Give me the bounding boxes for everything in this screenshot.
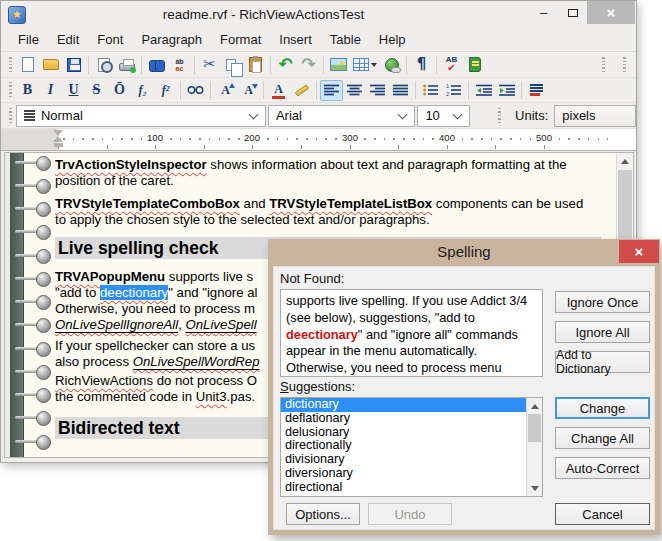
suggestion-item[interactable]: deflationary xyxy=(281,412,542,426)
menu-item-paragraph[interactable]: Paragraph xyxy=(132,29,211,50)
toolbar-gripper[interactable] xyxy=(9,82,12,98)
subscript-button[interactable]: f₂ xyxy=(131,80,154,101)
paste-button[interactable] xyxy=(244,54,267,75)
insert-picture-button[interactable] xyxy=(327,54,350,75)
superscript-button[interactable]: f² xyxy=(154,80,177,101)
menu-item-file[interactable]: File xyxy=(9,29,48,50)
font-color-button[interactable]: A xyxy=(267,80,290,101)
replace-button[interactable]: ab ac xyxy=(168,54,191,75)
hidden-text-button[interactable] xyxy=(184,80,207,101)
new-document-button[interactable] xyxy=(16,54,39,75)
toolbar-gripper[interactable] xyxy=(9,108,12,124)
strikethrough-button[interactable]: S xyxy=(85,80,108,101)
cut-button[interactable]: ✂ xyxy=(198,54,221,75)
align-left-button[interactable] xyxy=(320,80,343,101)
event-link[interactable]: OnLiveSpellWordRep xyxy=(133,354,260,369)
menu-item-table[interactable]: Table xyxy=(321,29,370,50)
glasses-icon xyxy=(187,84,204,96)
ruler-mark: 300 xyxy=(340,132,360,143)
shrink-arrow-icon xyxy=(252,84,258,89)
highlight-button[interactable] xyxy=(290,80,313,101)
close-button[interactable]: × xyxy=(587,1,635,24)
style-template-combobox[interactable]: Normal xyxy=(16,105,266,127)
align-justify-button[interactable] xyxy=(389,80,412,101)
suggestion-item[interactable]: divisionary xyxy=(281,453,542,467)
ignore-all-button[interactable]: Ignore All xyxy=(555,321,650,343)
font-name-combobox[interactable]: Arial xyxy=(268,105,416,127)
align-center-button[interactable] xyxy=(343,80,366,101)
underline-button[interactable]: U xyxy=(62,80,85,101)
toolbar-gripper[interactable] xyxy=(498,108,501,124)
insert-hyperlink-button[interactable] xyxy=(380,54,403,75)
print-button[interactable] xyxy=(115,54,138,75)
scrollbar-thumb[interactable] xyxy=(528,414,541,442)
undo-button[interactable]: ↶ xyxy=(274,54,297,75)
toolbar-gripper[interactable] xyxy=(602,57,605,73)
find-button[interactable] xyxy=(145,54,168,75)
spell-check-button[interactable]: AB ✔ xyxy=(440,54,463,75)
not-found-text: supports live spelling. If you use Addic… xyxy=(286,293,527,325)
font-size-combobox[interactable]: 10 xyxy=(417,105,470,127)
suggestion-item[interactable]: dictation xyxy=(281,495,542,497)
change-all-button[interactable]: Change All xyxy=(555,427,650,449)
event-link[interactable]: OnLiveSpell xyxy=(186,317,257,332)
cancel-button[interactable]: Cancel xyxy=(555,503,650,525)
menu-item-help[interactable]: Help xyxy=(370,29,415,50)
dialog-title-bar[interactable]: Spelling xyxy=(273,239,655,266)
ignore-once-button[interactable]: Ignore Once xyxy=(555,291,650,313)
not-found-textbox[interactable]: supports live spelling. If you use Addic… xyxy=(280,289,543,377)
scroll-up-button[interactable] xyxy=(527,398,542,414)
scroll-down-button[interactable] xyxy=(527,480,542,496)
suggestions-listbox[interactable]: dictionary deflationary delusionary dire… xyxy=(280,397,543,497)
grow-font-button[interactable]: A xyxy=(214,80,237,101)
suggestion-item[interactable]: directional xyxy=(281,481,542,495)
highlight-pen-icon xyxy=(294,84,308,96)
insert-table-button[interactable] xyxy=(350,54,380,75)
copy-button[interactable] xyxy=(221,54,244,75)
menu-item-font[interactable]: Font xyxy=(88,29,132,50)
italic-button[interactable]: I xyxy=(39,80,62,101)
suggestion-item[interactable]: dictionary xyxy=(281,398,542,412)
menu-item-edit[interactable]: Edit xyxy=(48,29,88,50)
event-link[interactable]: OnLiveSpellIgnoreAll xyxy=(55,317,178,332)
thesaurus-button[interactable] xyxy=(463,54,486,75)
units-combobox[interactable]: pixels xyxy=(554,105,636,127)
paragraph-color-button[interactable] xyxy=(525,80,548,101)
title-bar[interactable]: ★ readme.rvf - RichViewActionsTest – × xyxy=(1,1,636,28)
chevron-down-icon xyxy=(453,109,463,119)
increase-indent-button[interactable] xyxy=(495,80,518,101)
add-to-dictionary-button[interactable]: Add to Dictionary xyxy=(555,351,650,373)
scroll-up-button[interactable] xyxy=(617,153,633,170)
menu-item-insert[interactable]: Insert xyxy=(270,29,321,50)
show-paragraph-marks-button[interactable]: ¶ xyxy=(410,54,433,75)
redo-button[interactable]: ↷ xyxy=(297,54,320,75)
toolbar-separator xyxy=(521,81,522,99)
overline-button[interactable]: Ō xyxy=(108,80,131,101)
bullets-button[interactable] xyxy=(419,80,442,101)
toolbar-gripper[interactable] xyxy=(623,57,626,73)
toolbar-gripper[interactable] xyxy=(9,57,12,73)
change-button[interactable]: Change xyxy=(555,397,650,419)
suggestion-item[interactable]: diversionary xyxy=(281,467,542,481)
undo-button[interactable]: Undo xyxy=(368,503,452,525)
save-button[interactable] xyxy=(62,54,85,75)
dialog-close-button[interactable]: × xyxy=(619,240,659,263)
auto-correct-button[interactable]: Auto-Correct xyxy=(555,457,650,479)
selected-misspelled-word[interactable]: deectionary xyxy=(100,285,168,300)
right-indent-marker[interactable] xyxy=(582,137,592,151)
left-indent-marker[interactable] xyxy=(53,130,63,147)
align-right-button[interactable] xyxy=(366,80,389,101)
bold-button[interactable]: B xyxy=(16,80,39,101)
print-preview-button[interactable] xyxy=(92,54,115,75)
decrease-indent-button[interactable] xyxy=(472,80,495,101)
numbering-button[interactable]: 12 xyxy=(442,80,465,101)
suggestion-item[interactable]: delusionary xyxy=(281,426,542,440)
maximize-button[interactable] xyxy=(558,1,587,24)
open-button[interactable] xyxy=(39,54,62,75)
options-button[interactable]: Options... xyxy=(286,503,360,525)
shrink-font-button[interactable]: A xyxy=(237,80,260,101)
menu-item-format[interactable]: Format xyxy=(211,29,270,50)
minimize-button[interactable]: – xyxy=(529,1,558,24)
suggestion-item[interactable]: directionally xyxy=(281,439,542,453)
list-scrollbar[interactable] xyxy=(526,398,542,496)
